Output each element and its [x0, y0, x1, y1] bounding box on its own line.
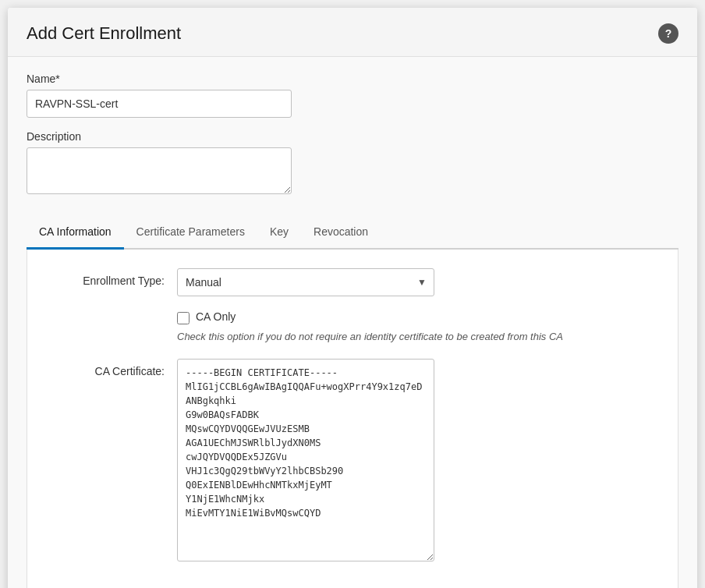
ca-certificate-row: CA Certificate: -----BEGIN CERTIFICATE--… — [52, 359, 653, 565]
ca-only-row: CA Only Check this option if you do not … — [52, 310, 653, 345]
tab-ca-information[interactable]: CA Information — [27, 216, 124, 250]
ca-certificate-content: -----BEGIN CERTIFICATE----- MlIG1jCCBL6g… — [177, 359, 653, 565]
ca-only-hint: Check this option if you do not require … — [177, 329, 653, 345]
tab-certificate-parameters[interactable]: Certificate Parameters — [124, 216, 257, 250]
description-field-group: Description — [27, 130, 678, 197]
tab-key[interactable]: Key — [257, 216, 301, 250]
name-input[interactable] — [27, 90, 292, 118]
enrollment-type-row: Enrollment Type: Manual SCEP EST PKCS12 … — [52, 268, 653, 296]
ca-certificate-label: CA Certificate: — [52, 359, 177, 377]
description-input[interactable] — [27, 147, 292, 194]
add-cert-enrollment-dialog: Add Cert Enrollment ? Name* Description … — [8, 8, 697, 588]
name-field-group: Name* — [27, 73, 678, 118]
dialog-title: Add Cert Enrollment — [27, 23, 181, 44]
enrollment-type-content: Manual SCEP EST PKCS12 ▼ — [177, 268, 653, 296]
enrollment-type-select-wrapper: Manual SCEP EST PKCS12 ▼ — [177, 268, 434, 296]
tab-revocation[interactable]: Revocation — [301, 216, 381, 250]
dialog-header: Add Cert Enrollment ? — [8, 8, 697, 57]
ca-only-checkbox-row: CA Only — [177, 310, 653, 324]
ca-only-spacer — [52, 310, 177, 317]
ca-certificate-textarea[interactable]: -----BEGIN CERTIFICATE----- MlIG1jCCBL6g… — [177, 359, 434, 561]
ca-only-checkbox[interactable] — [177, 312, 190, 324]
tabs-bar: CA Information Certificate Parameters Ke… — [27, 216, 678, 250]
description-label: Description — [27, 130, 678, 143]
tabs-wrapper: CA Information Certificate Parameters Ke… — [27, 210, 678, 588]
tab-content-ca-information: Enrollment Type: Manual SCEP EST PKCS12 … — [27, 250, 678, 588]
help-icon[interactable]: ? — [658, 23, 678, 44]
dialog-body: Name* Description CA Information Certifi… — [8, 57, 697, 588]
enrollment-type-select[interactable]: Manual SCEP EST PKCS12 — [177, 268, 434, 296]
ca-only-content: CA Only Check this option if you do not … — [177, 310, 653, 345]
name-label: Name* — [27, 73, 678, 85]
ca-only-label: CA Only — [196, 310, 236, 323]
enrollment-type-label: Enrollment Type: — [52, 268, 177, 287]
